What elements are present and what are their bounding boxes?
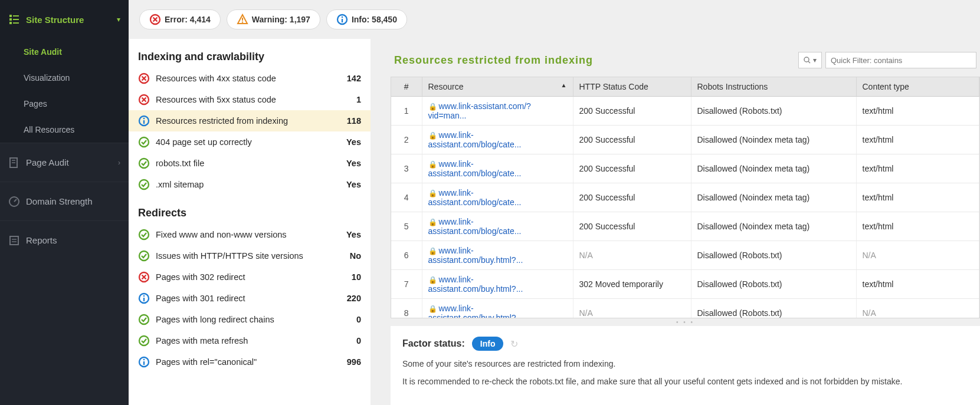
resource-link[interactable]: www.link-assistant.com/blog/cate... xyxy=(428,217,522,236)
audit-row-label: Resources with 4xx status code xyxy=(156,74,347,83)
svg-point-33 xyxy=(139,180,149,189)
resource-link[interactable]: www.link-assistant.com/blog/cate... xyxy=(428,130,522,149)
cell-ctype: N/A xyxy=(856,241,979,270)
svg-point-34 xyxy=(139,230,149,239)
audit-row[interactable]: Resources restricted from indexing118 xyxy=(129,110,371,131)
audit-row[interactable]: robots.txt fileYes xyxy=(129,153,371,174)
sidebar-item-label: Reports xyxy=(26,235,120,245)
sort-asc-icon: ▲ xyxy=(561,82,567,88)
cell-robots: Disallowed (Robots.txt) xyxy=(691,299,856,319)
sidebar-sub-item[interactable]: All Resources xyxy=(0,117,129,143)
sidebar-section-site-structure[interactable]: Site Structure ▾ xyxy=(0,0,129,39)
col-ctype[interactable]: Content type xyxy=(856,77,979,97)
svg-point-45 xyxy=(143,359,145,361)
lock-icon: 🔒 xyxy=(428,160,437,169)
audit-row-value: 0 xyxy=(356,315,361,324)
audit-row[interactable]: Fixed www and non-www versionsYes xyxy=(129,224,371,245)
svg-rect-1 xyxy=(9,18,12,21)
audit-row[interactable]: Pages with 301 redirect220 xyxy=(129,288,371,309)
cell-resource: 🔒www.link-assistant.com/blog/cate... xyxy=(422,212,573,241)
sidebar-item[interactable]: Reports xyxy=(0,220,129,259)
cell-ctype: N/A xyxy=(856,299,979,319)
error-icon xyxy=(149,14,161,25)
resource-link[interactable]: www.link-assistant.com/blog/cate... xyxy=(428,188,522,207)
audit-row[interactable]: Issues with HTTP/HTTPS site versionsNo xyxy=(129,245,371,266)
cell-robots: Disallowed (Noindex meta tag) xyxy=(691,154,856,183)
col-num[interactable]: # xyxy=(391,77,422,97)
cell-resource: 🔒www.link-assistant.com/blog/cate... xyxy=(422,126,573,154)
details-panel: Resources restricted from indexing ▾ # xyxy=(371,39,980,405)
audit-row[interactable]: Resources with 5xx status code1 xyxy=(129,89,371,110)
cell-status: N/A xyxy=(573,241,691,270)
sidebar-item-icon xyxy=(8,157,21,169)
ok-icon xyxy=(138,179,150,190)
table-row[interactable]: 1🔒www.link-assistant.com/?vid=man...200 … xyxy=(391,97,979,126)
audit-row[interactable]: Pages with long redirect chains0 xyxy=(129,309,371,330)
audit-row-value: Yes xyxy=(346,180,361,189)
sidebar-sub-item[interactable]: Pages xyxy=(0,91,129,117)
audit-row-value: 142 xyxy=(347,74,361,83)
resource-link[interactable]: www.link-assistant.com/?vid=man... xyxy=(428,101,531,120)
audit-row[interactable]: 404 page set up correctlyYes xyxy=(129,131,371,153)
chip-info[interactable]: Info: 58,450 xyxy=(326,9,407,29)
audit-row[interactable]: Pages with meta refresh0 xyxy=(129,330,371,351)
svg-point-42 xyxy=(139,315,149,324)
chevron-right-icon: › xyxy=(118,159,120,167)
resources-table: # Resource▲ HTTP Status Code Robots Inst… xyxy=(391,77,979,318)
audit-row-value: 0 xyxy=(356,336,361,345)
factor-text-1: Some of your site's resources are restri… xyxy=(402,359,968,368)
svg-point-18 xyxy=(242,21,243,22)
table-row[interactable]: 6🔒www.link-assistant.com/buy.html?...N/A… xyxy=(391,241,979,270)
sidebar-sub-item[interactable]: Site Audit xyxy=(0,39,129,65)
table-row[interactable]: 3🔒www.link-assistant.com/blog/cate...200… xyxy=(391,154,979,183)
audit-row-label: Pages with long redirect chains xyxy=(156,315,356,324)
chip-error[interactable]: Error: 4,414 xyxy=(139,9,221,29)
sidebar-sub-item[interactable]: Visualization xyxy=(0,65,129,91)
audit-row-label: Fixed www and non-www versions xyxy=(156,230,346,239)
cell-ctype: text/html xyxy=(856,154,979,183)
audit-row[interactable]: .xml sitemapYes xyxy=(129,174,371,195)
panel-resize-handle[interactable]: • • • xyxy=(391,318,980,326)
resource-link[interactable]: www.link-assistant.com/buy.html?... xyxy=(428,275,523,294)
audit-row-value: Yes xyxy=(346,137,361,147)
table-row[interactable]: 4🔒www.link-assistant.com/blog/cate...200… xyxy=(391,183,979,212)
cell-resource: 🔒www.link-assistant.com/buy.html?... xyxy=(422,241,573,270)
table-row[interactable]: 8🔒www.link-assistant.com/buy.html?...N/A… xyxy=(391,299,979,319)
svg-point-20 xyxy=(342,17,343,18)
sidebar-item-icon xyxy=(8,235,21,246)
refresh-icon[interactable]: ↻ xyxy=(510,338,518,350)
table-row[interactable]: 5🔒www.link-assistant.com/blog/cate...200… xyxy=(391,212,979,241)
chip-warning[interactable]: Warning: 1,197 xyxy=(227,9,320,29)
factor-text-2: It is recommended to re-check the robots… xyxy=(402,377,968,386)
table-row[interactable]: 2🔒www.link-assistant.com/blog/cate...200… xyxy=(391,126,979,154)
ok-icon xyxy=(138,157,150,169)
col-robots[interactable]: Robots Instructions xyxy=(691,77,856,97)
quick-filter-input[interactable] xyxy=(825,52,976,68)
audit-row[interactable]: Resources with 4xx status code142 xyxy=(129,68,371,89)
resource-link[interactable]: www.link-assistant.com/buy.html?... xyxy=(428,304,523,318)
audit-row-label: Pages with 301 redirect xyxy=(156,294,347,303)
site-structure-icon xyxy=(8,14,21,25)
filter-mode-select[interactable]: ▾ xyxy=(798,52,822,68)
sidebar-item[interactable]: Page Audit› xyxy=(0,143,129,182)
sidebar: Site Structure ▾ Site AuditVisualization… xyxy=(0,0,129,405)
cell-num: 7 xyxy=(391,270,422,299)
col-status[interactable]: HTTP Status Code xyxy=(573,77,691,97)
audit-section-title: Indexing and crawlability xyxy=(129,39,371,68)
cell-status: N/A xyxy=(573,299,691,319)
resource-link[interactable]: www.link-assistant.com/blog/cate... xyxy=(428,159,522,178)
audit-row[interactable]: Pages with rel="canonical"996 xyxy=(129,351,371,373)
audit-row[interactable]: Pages with 302 redirect10 xyxy=(129,266,371,288)
cell-num: 8 xyxy=(391,299,422,319)
sidebar-item[interactable]: Domain Strength xyxy=(0,182,129,220)
audit-row-label: Issues with HTTP/HTTPS site versions xyxy=(156,251,350,261)
cell-status: 200 Successful xyxy=(573,183,691,212)
cell-resource: 🔒www.link-assistant.com/buy.html?... xyxy=(422,270,573,299)
sidebar-section-label: Site Structure xyxy=(26,15,117,25)
resource-link[interactable]: www.link-assistant.com/buy.html?... xyxy=(428,246,523,265)
audit-row-label: Resources restricted from indexing xyxy=(156,116,347,126)
info-icon xyxy=(138,356,150,368)
col-resource[interactable]: Resource▲ xyxy=(422,77,573,97)
factor-status-label: Factor status: xyxy=(402,338,465,349)
table-row[interactable]: 7🔒www.link-assistant.com/buy.html?...302… xyxy=(391,270,979,299)
